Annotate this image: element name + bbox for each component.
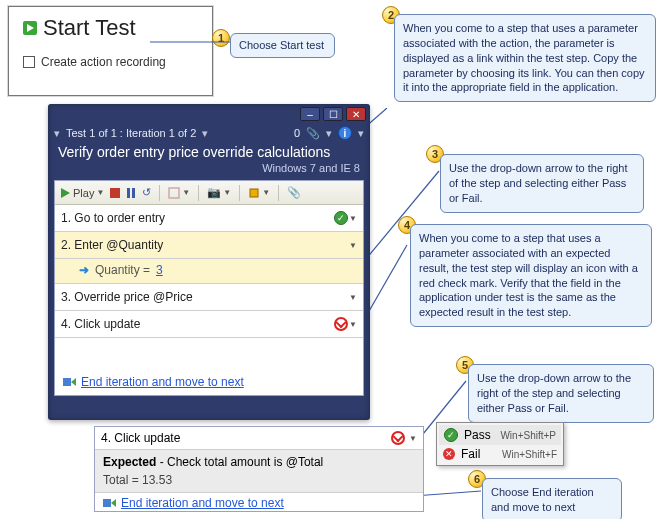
callout-2: When you come to a step that uses a para… bbox=[394, 14, 656, 102]
chevron-down-icon[interactable]: ▾ bbox=[326, 127, 332, 140]
start-test-title[interactable]: Start Test bbox=[9, 7, 212, 45]
step-menu[interactable]: ▼ bbox=[349, 214, 357, 223]
verify-mark bbox=[391, 431, 405, 445]
arrow-icon: ➜ bbox=[79, 263, 89, 277]
callout-5-text: Use the drop-down arrow to the right of … bbox=[477, 372, 631, 414]
verify-mark bbox=[333, 316, 349, 332]
badge-1: 1 bbox=[212, 29, 230, 47]
chevron-down-icon[interactable]: ▾ bbox=[202, 127, 208, 140]
svg-rect-11 bbox=[132, 188, 135, 198]
pass-fail-menu: ✓ Pass Win+Shift+P ✕ Fail Win+Shift+F bbox=[436, 422, 564, 466]
runner-body: Play ▼ ↺ ▼ 📷▼ ▼ 📎 1. Go to order entry ✓… bbox=[54, 180, 364, 396]
end-iteration-row: End iteration and move to next bbox=[55, 369, 363, 395]
callout-4-text: When you come to a step that uses a para… bbox=[419, 232, 638, 318]
runner-status-bar: ▾ Test 1 of 1 : Iteration 1 of 2 ▾ 0 📎 ▾… bbox=[48, 124, 370, 142]
callout-6: Choose End iteration and move to next bbox=[482, 478, 622, 519]
pass-icon: ✓ bbox=[444, 428, 458, 442]
callout-6-text: Choose End iteration and move to next bbox=[491, 486, 594, 513]
step-menu[interactable]: ▼ bbox=[349, 320, 357, 329]
window-controls: – ☐ ✕ bbox=[48, 104, 370, 124]
svg-rect-15 bbox=[103, 499, 111, 507]
step-menu[interactable]: ▼ bbox=[349, 241, 357, 250]
highlight-button[interactable]: ▼ bbox=[168, 187, 190, 199]
start-test-box: Start Test Create action recording bbox=[8, 6, 213, 96]
minimize-button[interactable]: – bbox=[300, 107, 320, 121]
step-detail-panel: 4. Click update ▼ Expected - Check total… bbox=[94, 426, 424, 512]
chevron-down-icon[interactable]: ▾ bbox=[358, 127, 364, 140]
end-iteration-link[interactable]: End iteration and move to next bbox=[121, 496, 284, 510]
play-button[interactable]: Play ▼ bbox=[61, 187, 104, 199]
test-runner-window: – ☐ ✕ ▾ Test 1 of 1 : Iteration 1 of 2 ▾… bbox=[48, 104, 370, 420]
end-iteration-icon bbox=[63, 376, 75, 388]
detail-end-iteration-row: End iteration and move to next bbox=[95, 493, 423, 513]
callout-5: Use the drop-down arrow to the right of … bbox=[468, 364, 654, 423]
menu-pass-key: Win+Shift+P bbox=[500, 430, 556, 441]
svg-rect-9 bbox=[110, 188, 120, 198]
camera-button[interactable]: 📷▼ bbox=[207, 186, 231, 199]
test-step[interactable]: 1. Go to order entry ✓ ▼ bbox=[55, 205, 363, 232]
svg-rect-14 bbox=[63, 378, 71, 386]
step-count: 0 bbox=[294, 127, 300, 139]
pass-mark: ✓ bbox=[333, 210, 349, 226]
maximize-button[interactable]: ☐ bbox=[323, 107, 343, 121]
runner-toolbar: Play ▼ ↺ ▼ 📷▼ ▼ 📎 bbox=[55, 181, 363, 205]
expected-label: Expected bbox=[103, 455, 156, 469]
svg-rect-13 bbox=[250, 189, 258, 197]
step-menu[interactable]: ▼ bbox=[409, 434, 417, 443]
create-recording-label: Create action recording bbox=[41, 55, 166, 69]
param-label: Quantity = bbox=[95, 263, 150, 277]
detail-step-row[interactable]: 4. Click update ▼ bbox=[95, 427, 423, 450]
attach-button[interactable]: 📎 bbox=[287, 186, 301, 199]
callout-1-text: Choose Start test bbox=[239, 39, 324, 51]
svg-rect-10 bbox=[127, 188, 130, 198]
parameter-link[interactable]: 3 bbox=[156, 263, 163, 277]
detail-step-text: 4. Click update bbox=[101, 431, 391, 445]
pause-button[interactable] bbox=[126, 188, 136, 198]
close-button[interactable]: ✕ bbox=[346, 107, 366, 121]
menu-fail-label: Fail bbox=[461, 447, 480, 461]
attachment-icon[interactable]: 📎 bbox=[306, 126, 320, 140]
stop-button[interactable] bbox=[110, 188, 120, 198]
expected-result: Expected - Check total amount is @Total … bbox=[95, 450, 423, 493]
start-test-label: Start Test bbox=[43, 15, 136, 41]
end-iteration-link[interactable]: End iteration and move to next bbox=[81, 375, 244, 389]
test-step[interactable]: 3. Override price @Price ▼ bbox=[55, 284, 363, 311]
reset-button[interactable]: ↺ bbox=[142, 186, 151, 199]
expected-total: Total = 13.53 bbox=[103, 473, 415, 487]
fail-icon: ✕ bbox=[443, 448, 455, 460]
expected-text: - Check total amount is @Total bbox=[156, 455, 323, 469]
test-progress: Test 1 of 1 : Iteration 1 of 2 bbox=[66, 127, 196, 139]
svg-rect-12 bbox=[169, 188, 179, 198]
test-step[interactable]: 2. Enter @Quantity ▼ bbox=[55, 232, 363, 259]
callout-4: When you come to a step that uses a para… bbox=[410, 224, 652, 327]
play-icon bbox=[23, 21, 37, 35]
step-text: 2. Enter @Quantity bbox=[61, 238, 329, 252]
menu-pass[interactable]: ✓ Pass Win+Shift+P bbox=[439, 425, 561, 445]
end-iteration-icon bbox=[103, 497, 115, 509]
callout-3: Use the drop-down arrow to the right of … bbox=[440, 154, 644, 213]
test-case-title: Verify order entry price override calcul… bbox=[48, 142, 370, 162]
step-text: 3. Override price @Price bbox=[61, 290, 329, 304]
callout-3-text: Use the drop-down arrow to the right of … bbox=[449, 162, 628, 204]
step-parameter: ➜ Quantity = 3 bbox=[55, 259, 363, 284]
test-step[interactable]: 4. Click update ▼ bbox=[55, 311, 363, 338]
info-icon[interactable]: i bbox=[338, 126, 352, 140]
bug-button[interactable]: ▼ bbox=[248, 187, 270, 199]
callout-2-text: When you come to a step that uses a para… bbox=[403, 22, 645, 93]
callout-1: Choose Start test bbox=[230, 33, 335, 58]
checkbox-icon[interactable] bbox=[23, 56, 35, 68]
menu-fail-key: Win+Shift+F bbox=[502, 449, 557, 460]
step-text: 1. Go to order entry bbox=[61, 211, 329, 225]
test-config: Windows 7 and IE 8 bbox=[48, 162, 370, 180]
step-menu[interactable]: ▼ bbox=[349, 293, 357, 302]
create-recording-row[interactable]: Create action recording bbox=[9, 45, 212, 69]
play-label: Play bbox=[73, 187, 94, 199]
menu-pass-label: Pass bbox=[464, 428, 491, 442]
test-steps: 1. Go to order entry ✓ ▼ 2. Enter @Quant… bbox=[55, 205, 363, 369]
chevron-down-icon[interactable]: ▾ bbox=[54, 127, 60, 140]
svg-marker-8 bbox=[61, 188, 70, 198]
menu-fail[interactable]: ✕ Fail Win+Shift+F bbox=[439, 445, 561, 463]
step-text: 4. Click update bbox=[61, 317, 329, 331]
